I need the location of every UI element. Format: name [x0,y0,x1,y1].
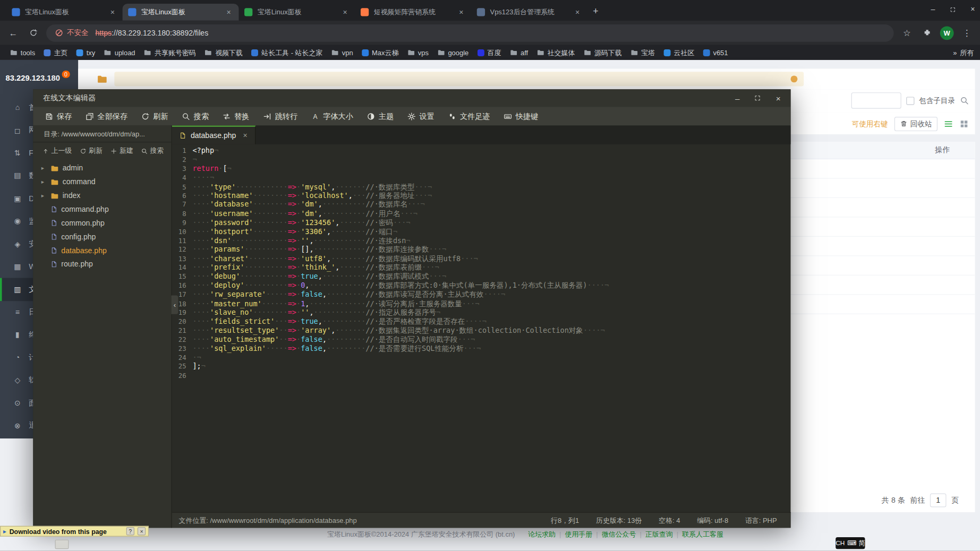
bookmark-item[interactable]: vps [404,47,432,57]
footer-link[interactable]: 使用手册 [565,530,592,538]
browser-tab[interactable]: 宝塔Linux面板× [6,4,123,21]
footer-link[interactable]: 微信公众号 [602,530,636,538]
toolbar-save-button[interactable]: 保存 [38,107,79,125]
bookmark-item[interactable]: 宝塔 [627,47,659,58]
footer-link[interactable]: 论坛求助 [528,530,556,538]
fm-right-controls: 可使用右键 回收站 [852,116,969,131]
bookmark-item[interactable]: tools [6,47,39,57]
bookmark-item[interactable]: google [433,47,472,57]
bookmark-item[interactable]: 云社区 [660,47,698,58]
back-button[interactable]: ← [6,28,20,38]
page-input[interactable]: 1 [930,494,947,507]
editor-close-button[interactable]: × [776,93,781,103]
bookmark-item[interactable]: Max云梯 [358,47,402,58]
toolbar-replace-button[interactable]: 替换 [216,107,256,125]
bookmark-item[interactable]: 社交媒体 [533,47,579,58]
editor-tab-database-php[interactable]: database.php × [172,126,255,144]
browser-menu-icon[interactable]: ⋮ [960,28,974,38]
tree-item-label: index [63,191,81,200]
tree-item-common-php[interactable]: common.php [33,216,171,230]
tab-strip: 宝塔Linux面板×宝塔Linux面板×宝塔Linux面板×短视频矩阵营销系统×… [0,0,980,21]
editor-titlebar[interactable]: 在线文本编辑器 – × [33,89,790,107]
toolbar-font-size-button[interactable]: A字体大小 [304,107,360,125]
bookmark-item[interactable]: 站长工具 - 站长之家 [248,47,326,58]
folder-icon [50,178,58,186]
bookmark-item[interactable]: upload [100,47,139,57]
address-bar[interactable]: 不安全 https://83.229.123.180:38892/files [46,24,894,41]
tab-close-icon[interactable]: × [108,8,117,16]
window-maximize-button[interactable] [950,6,956,12]
editor-tab-close-icon[interactable]: × [243,131,247,140]
footer-link[interactable]: 正版查询 [645,530,673,538]
tree-item-command-php[interactable]: command.php [33,202,171,216]
tree-item-command[interactable]: ▸command [33,175,171,188]
bookmarks-overflow[interactable]: » 所有 [953,48,974,57]
toolbar-settings-button[interactable]: 设置 [400,107,441,125]
download-bar-close-button[interactable]: × [138,527,146,535]
tree-item-route-php[interactable]: route.php [33,257,171,271]
toolbar-hotkeys-button[interactable]: 快捷键 [497,107,545,125]
browser-tab[interactable]: 宝塔Linux面板× [238,4,355,21]
tab-close-icon[interactable]: × [340,8,349,16]
grid-view-button[interactable] [959,119,969,128]
bookmark-label: 社交媒体 [548,48,575,57]
bookmark-item[interactable]: 共享账号密码 [140,47,200,58]
recycle-bin-button[interactable]: 回收站 [894,116,938,131]
bookmark-item[interactable]: 主页 [40,47,72,58]
bookmark-item[interactable]: v651 [700,47,732,57]
tree-collapse-handle[interactable]: ‹ [171,296,178,314]
tree-item-label: route.php [61,260,93,268]
toolbar-refresh-button[interactable]: 刷新 [134,107,175,125]
ime-indicator[interactable]: CH ⌨ 简 [836,537,865,549]
code-line: 24·¬ [172,353,791,362]
tree-item-admin[interactable]: ▸admin [33,161,171,175]
bookmark-star-icon[interactable]: ☆ [900,28,914,38]
bookmark-item[interactable]: txy [73,47,99,57]
fm-search-icon[interactable] [960,96,968,105]
browser-tab[interactable]: Vps123后台管理系统× [471,4,587,21]
bookmark-item[interactable]: vpn [328,47,357,57]
tree-item-index[interactable]: ▸index [33,188,171,202]
download-bar-help-button[interactable]: ? [126,527,134,535]
refresh-icon [80,148,87,154]
bookmark-favicon-icon [44,49,51,56]
tab-close-icon[interactable]: × [224,8,233,16]
browser-tab[interactable]: 短视频矩阵营销系统× [355,4,471,21]
bookmark-item[interactable]: 百度 [474,47,505,58]
fm-search-input[interactable] [851,92,901,109]
bookmark-item[interactable]: 视频下载 [201,47,246,58]
window-controls: – × [931,0,975,19]
tree-refresh-button[interactable]: 刷新 [80,146,103,156]
extensions-icon[interactable] [920,29,934,37]
tree-directory-path: 目录: /www/wwwroot/dm/dm/ap... [33,126,171,143]
list-view-button[interactable] [944,119,953,128]
editor-minimize-button[interactable]: – [735,93,740,103]
tree-up-button[interactable]: 上一级 [42,146,72,156]
tree-item-config-php[interactable]: config.php [33,230,171,244]
bookmark-item[interactable]: 源码下载 [580,47,626,58]
window-close-button[interactable]: × [970,5,975,13]
profile-avatar[interactable]: W [940,26,954,40]
include-subdir-checkbox[interactable] [906,97,914,105]
tab-close-icon[interactable]: × [573,8,582,16]
tree-search-button[interactable]: 搜索 [141,146,164,156]
new-tab-button[interactable]: + [587,3,604,19]
code-editor[interactable]: 1<?php¬2¬3return·[¬4····¬5····'type'····… [172,144,791,512]
browser-tab[interactable]: 宝塔Linux面板× [123,4,239,21]
download-bar-handle[interactable] [55,540,69,549]
editor-maximize-button[interactable] [755,95,761,101]
reload-button[interactable] [26,29,40,37]
tree-item-database-php[interactable]: database.php [33,244,171,257]
tab-close-icon[interactable]: × [457,8,465,16]
window-minimize-button[interactable]: – [931,5,935,13]
download-video-bar[interactable]: ▸ Download video from this page ? × [0,526,149,537]
toolbar-goto-line-button[interactable]: 跳转行 [256,107,304,125]
bookmark-item[interactable]: aff [506,47,532,57]
toolbar-theme-button[interactable]: 主题 [360,107,400,125]
toolbar-save-all-button[interactable]: 全部保存 [79,107,134,125]
toolbar-search-button[interactable]: 搜索 [175,107,215,125]
tree-plus-button[interactable]: 新建 [110,146,133,156]
toolbar-footprint-button[interactable]: 文件足迹 [441,107,497,125]
notification-badge: 0 [62,71,70,78]
footer-link[interactable]: 联系人工客服 [682,530,723,538]
